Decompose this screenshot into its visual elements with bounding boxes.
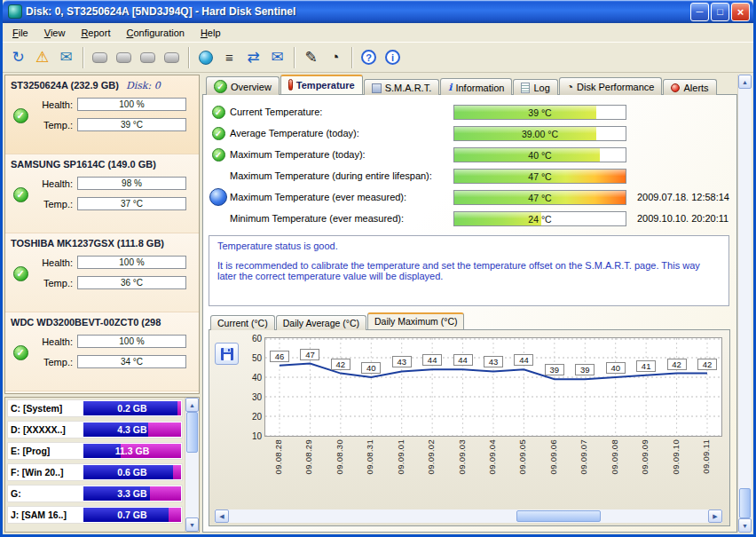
point-value-label: 44 <box>514 354 533 366</box>
scroll-right-icon[interactable]: ▶ <box>708 509 722 523</box>
performance-gauge-icon[interactable]: ◔ <box>323 45 347 69</box>
menu-report[interactable]: Report <box>73 25 118 41</box>
x-tick-label: 09.09.07 <box>579 439 588 474</box>
online-report-icon[interactable] <box>193 45 217 69</box>
toolbar-separator <box>351 47 352 68</box>
disk-item-toshiba[interactable]: TOSHIBA MK1237GSX (111.8 GB) ✓ Health: 1… <box>5 233 199 312</box>
ok-icon: ✓ <box>212 148 225 162</box>
tab-temperature[interactable]: Temperature <box>280 75 363 94</box>
temp-row-max-today: ✓ Maximum Temperature (today): 40 °C <box>207 144 731 165</box>
point-value-label: 39 <box>575 364 595 375</box>
partition-usage-bar: 11.3 GB <box>83 444 181 458</box>
report-document-icon[interactable]: ≡ <box>217 45 241 69</box>
scroll-down-icon[interactable]: ▼ <box>185 517 199 532</box>
y-tick-label: 60 <box>252 334 262 344</box>
menu-file[interactable]: File <box>4 25 36 41</box>
x-tick-label: 09.09.03 <box>457 439 467 474</box>
partition-usage-bar: 0.6 GB <box>83 465 181 479</box>
row-note: 2009.07.18. 12:58:14 <box>637 192 729 202</box>
disk-action-3-icon[interactable] <box>136 45 160 69</box>
tab-information[interactable]: i Information <box>440 78 512 95</box>
temp-label: Temp.: <box>34 120 73 130</box>
temperature-value-bar: 47 °C <box>453 169 626 184</box>
partition-row-f[interactable]: F: [Win 20..] 0.6 GB <box>7 463 183 481</box>
scroll-left-icon[interactable]: ◀ <box>215 509 229 523</box>
surface-test-icon[interactable]: ✎ <box>299 45 323 69</box>
disk-item-samsung[interactable]: SAMSUNG SP1614C (149.0 GB) ✓ Health: 98 … <box>5 154 199 233</box>
x-tick-label: 09.08.29 <box>303 439 313 474</box>
partition-row-j[interactable]: J: [SAM 16..] 0.7 GB <box>7 506 183 524</box>
disk-item-wdc[interactable]: WDC WD3200BEVT-00ZCT0 (298 ✓ Health: 100… <box>5 312 199 391</box>
partition-row-d[interactable]: D: [XXXXX..] 4.3 GB <box>7 421 183 438</box>
tab-overview[interactable]: ✓ Overview <box>206 76 280 95</box>
disk-item-st3250624a[interactable]: ST3250624A (232.9 GB)Disk: 0 ✓ Health: 1… <box>5 75 199 154</box>
bar-value: 47 °C <box>454 191 626 204</box>
menu-view[interactable]: View <box>36 25 74 41</box>
scroll-up-icon[interactable]: ▲ <box>185 398 199 412</box>
x-tick-label: 09.09.04 <box>487 439 497 474</box>
disk-name-text: SAMSUNG SP1614C (149.0 GB) <box>11 159 156 170</box>
x-tick-label: 09.09.01 <box>396 439 406 474</box>
tab-label: Disk Performance <box>577 82 654 92</box>
chart-x-axis: 09.08.2809.08.2909.08.3009.08.3109.09.01… <box>264 437 722 508</box>
minimize-button[interactable]: ─ <box>690 3 709 21</box>
warning-status-icon[interactable]: ⚠ <box>30 45 54 69</box>
health-bar: 100 % <box>77 98 186 111</box>
menu-configuration[interactable]: Configuration <box>118 25 192 41</box>
tab-disk-performance[interactable]: ◔ Disk Performance <box>559 77 663 95</box>
maximize-button[interactable]: □ <box>711 3 729 21</box>
temp-bar: 34 °C <box>77 355 186 368</box>
tab-smart[interactable]: S.M.A.R.T. <box>364 79 440 95</box>
refresh-report-icon[interactable]: ⇄ <box>241 45 265 69</box>
scrollbar-thumb[interactable] <box>186 412 198 453</box>
refresh-icon[interactable]: ↻ <box>6 45 30 69</box>
x-tick-label: 09.09.10 <box>671 439 681 474</box>
disk-shape-icon <box>164 52 179 63</box>
help-icon[interactable]: ? <box>357 45 381 69</box>
menu-help[interactable]: Help <box>193 25 229 41</box>
chart-tab-strip: Current (°C) Daily Average (°C) Daily Ma… <box>209 312 730 329</box>
partition-row-g[interactable]: G: 3.3 GB <box>7 485 183 502</box>
partition-row-e[interactable]: E: [Prog] 11.3 GB <box>7 442 183 460</box>
floppy-icon <box>220 347 234 361</box>
chart-section: Current (°C) Daily Average (°C) Daily Ma… <box>209 312 730 526</box>
temperature-value-bar: 47 °C <box>453 190 626 205</box>
tab-label: Temperature <box>296 80 355 91</box>
chart-tab-daily-average[interactable]: Daily Average (°C) <box>276 315 366 330</box>
chart-tab-daily-maximum[interactable]: Daily Maximum (°C) <box>367 312 464 329</box>
disk-name: TOSHIBA MK1237GSX (111.8 GB) <box>7 235 197 253</box>
x-tick-label: 09.09.09 <box>640 439 650 474</box>
disk-action-4-icon[interactable] <box>160 45 184 69</box>
mail-report-icon[interactable]: ✉ <box>265 45 289 69</box>
disk-name: SAMSUNG SP1614C (149.0 GB) <box>7 156 197 174</box>
x-tick-label: 09.08.28 <box>273 439 283 474</box>
scroll-up-icon[interactable]: ▲ <box>738 75 752 89</box>
point-value-label: 43 <box>484 356 503 367</box>
info-icon[interactable]: i <box>381 45 405 69</box>
scrollbar-thumb[interactable] <box>516 510 601 522</box>
scrollbar-thumb[interactable] <box>739 488 751 518</box>
close-button[interactable]: × <box>731 3 750 21</box>
health-value: 100 % <box>78 336 185 347</box>
health-label: Health: <box>34 99 73 110</box>
bar-value: 47 °C <box>454 170 626 183</box>
row-label: Maximum Temperature (during entire lifes… <box>230 170 453 181</box>
tab-log[interactable]: Log <box>513 79 557 95</box>
y-tick-label: 20 <box>252 412 262 422</box>
scroll-down-icon[interactable]: ▼ <box>738 518 752 533</box>
row-label: Average Temperature (today): <box>230 128 453 138</box>
temperature-value-bar: 40 °C <box>453 147 626 162</box>
disk-action-1-icon[interactable] <box>88 45 112 69</box>
tab-label: Log <box>533 83 549 93</box>
send-mail-icon[interactable]: ✉ <box>54 45 78 69</box>
disk-action-2-icon[interactable] <box>112 45 136 69</box>
point-value-label: 40 <box>606 362 626 374</box>
toolbar-separator <box>188 47 189 68</box>
disk-name-text: TOSHIBA MK1237GSX (111.8 GB) <box>11 238 164 249</box>
point-value-label: 44 <box>453 354 473 366</box>
partition-row-c[interactable]: C: [System] 0.2 GB <box>7 399 183 417</box>
save-chart-button[interactable] <box>215 343 239 365</box>
health-value: 100 % <box>78 99 185 110</box>
chart-tab-current[interactable]: Current (°C) <box>210 315 275 330</box>
tab-alerts[interactable]: Alerts <box>663 79 716 95</box>
